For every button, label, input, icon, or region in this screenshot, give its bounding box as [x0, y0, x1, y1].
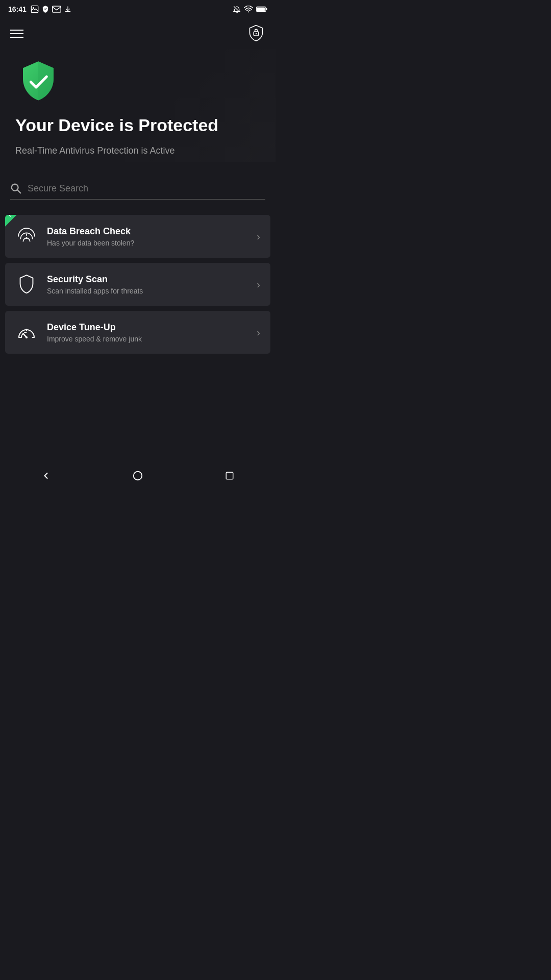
svg-point-9 [256, 33, 257, 34]
hero-title: Your Device is Protected [15, 115, 260, 135]
wifi-icon [244, 6, 253, 13]
back-button[interactable] [36, 465, 56, 486]
device-tuneup-card[interactable]: Device Tune-Up Improve speed & remove ju… [5, 311, 270, 354]
svg-point-1 [33, 7, 34, 9]
shield-check-icon [15, 59, 61, 105]
search-icon [10, 183, 21, 194]
data-breach-title: Data Breach Check [47, 226, 247, 237]
hero-subtitle: Real-Time Antivirus Protection is Active [15, 144, 260, 157]
hero-section: Your Device is Protected Real-Time Antiv… [0, 49, 276, 162]
menu-button[interactable] [10, 30, 23, 38]
battery-icon [256, 6, 267, 12]
svg-rect-6 [257, 8, 265, 11]
search-section [0, 162, 276, 205]
svg-rect-3 [65, 11, 71, 12]
speedometer-icon-wrapper [15, 321, 38, 344]
svg-line-11 [17, 190, 20, 193]
security-scan-text: Security Scan Scan installed apps for th… [47, 274, 247, 295]
cards-section: NEW Data Breach Check Has your data been… [0, 205, 276, 364]
recent-apps-icon [225, 471, 234, 480]
shield-scan-icon [17, 274, 36, 295]
device-tuneup-chevron: › [257, 327, 260, 338]
security-scan-title: Security Scan [47, 274, 247, 285]
security-scan-subtitle: Scan installed apps for threats [47, 287, 247, 295]
shield-status-icon [42, 5, 49, 13]
svg-rect-7 [266, 8, 267, 10]
svg-point-4 [248, 11, 249, 12]
security-scan-card[interactable]: Security Scan Scan installed apps for th… [5, 263, 270, 306]
status-time: 16:41 [8, 5, 27, 13]
notifications-muted-icon [233, 5, 241, 13]
svg-point-13 [26, 336, 28, 338]
security-scan-chevron: › [257, 279, 260, 290]
data-breach-text: Data Breach Check Has your data been sto… [47, 226, 247, 247]
data-breach-check-card[interactable]: NEW Data Breach Check Has your data been… [5, 215, 270, 258]
mail-icon [52, 6, 61, 13]
search-input[interactable] [28, 183, 265, 194]
data-breach-subtitle: Has your data been stolen? [47, 239, 247, 247]
recent-apps-button[interactable] [219, 465, 240, 486]
download-icon [64, 5, 71, 13]
home-icon [132, 470, 143, 481]
bottom-nav [0, 461, 276, 490]
device-tuneup-subtitle: Improve speed & remove junk [47, 335, 247, 343]
brand-shield-icon [247, 24, 265, 43]
back-icon [41, 471, 51, 481]
data-breach-chevron: › [257, 231, 260, 242]
search-bar[interactable] [10, 178, 265, 200]
new-badge: NEW [5, 215, 30, 227]
top-bar [0, 18, 276, 49]
home-button[interactable] [128, 465, 148, 486]
device-tuneup-title: Device Tune-Up [47, 322, 247, 333]
speedometer-icon [16, 322, 37, 342]
svg-rect-2 [53, 6, 61, 12]
svg-point-17 [134, 472, 142, 480]
shield-scan-icon-wrapper [15, 273, 38, 296]
device-tuneup-text: Device Tune-Up Improve speed & remove ju… [47, 322, 247, 343]
new-badge-wrapper: NEW [5, 215, 36, 246]
svg-rect-18 [226, 472, 233, 479]
gallery-icon [31, 5, 39, 13]
status-bar: 16:41 [0, 0, 276, 18]
